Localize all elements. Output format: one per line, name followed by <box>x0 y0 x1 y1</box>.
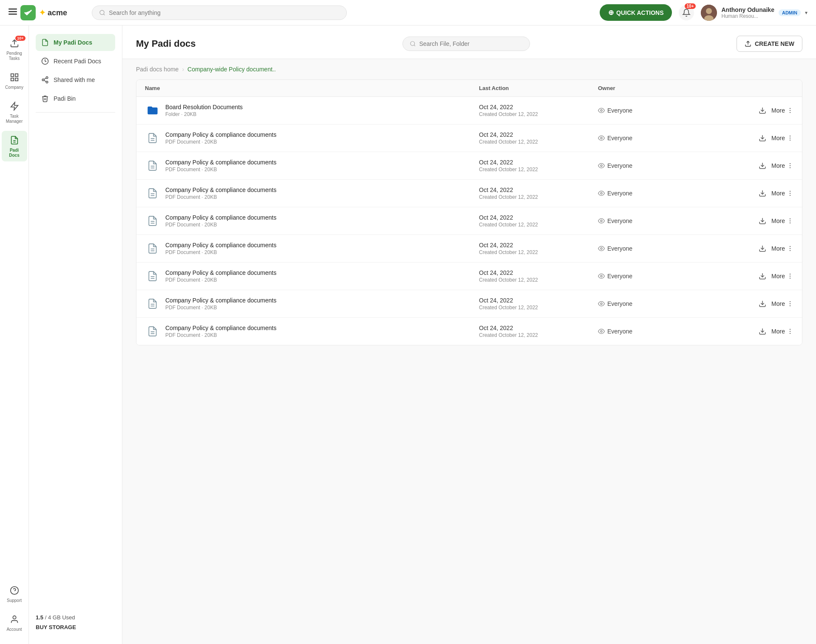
user-avatar-image <box>701 5 717 21</box>
table-row: Company Policy & compliance documents PD… <box>136 318 802 345</box>
download-button[interactable] <box>759 107 766 114</box>
download-button[interactable] <box>759 245 766 252</box>
table-row: Company Policy & compliance documents PD… <box>136 207 802 235</box>
more-button[interactable]: More <box>771 328 793 335</box>
file-info: Company Policy & compliance documents PD… <box>165 214 276 228</box>
more-button[interactable]: More <box>771 162 793 169</box>
document-icon <box>147 188 158 199</box>
eye-icon <box>598 162 605 169</box>
table-row: Board Resolution Documents Folder · 20KB… <box>136 97 802 124</box>
svg-point-79 <box>790 305 790 306</box>
more-button[interactable]: More <box>771 273 793 280</box>
hamburger-menu[interactable] <box>8 7 17 18</box>
document-icon <box>147 133 158 144</box>
global-search-input[interactable] <box>109 9 340 16</box>
sidebar-item-support[interactable]: Support <box>2 581 27 607</box>
file-meta: PDF Document · 20KB <box>165 305 276 311</box>
recent-icon <box>41 57 49 65</box>
download-button[interactable] <box>759 134 766 142</box>
content-search-input[interactable] <box>419 40 522 47</box>
svg-rect-9 <box>15 74 17 76</box>
nav-item-recent-padi-docs[interactable]: Recent Padi Docs <box>36 53 115 70</box>
last-action-cell: Oct 24, 2022 Created October 12, 2022 <box>479 104 598 117</box>
support-icon <box>8 585 20 596</box>
download-button[interactable] <box>759 272 766 280</box>
download-button[interactable] <box>759 300 766 308</box>
download-button[interactable] <box>759 189 766 197</box>
sidebar-item-account[interactable]: Account <box>2 610 27 636</box>
svg-point-17 <box>13 616 16 619</box>
more-button[interactable]: More <box>771 135 793 141</box>
svg-point-77 <box>790 301 790 302</box>
buy-storage-button[interactable]: BUY STORAGE <box>36 624 115 630</box>
content-search-bar[interactable] <box>402 37 530 51</box>
sidebar-item-company[interactable]: Company <box>2 68 27 93</box>
more-button[interactable]: More <box>771 190 793 197</box>
file-info: Company Policy & compliance documents PD… <box>165 325 276 338</box>
file-icon-wrap <box>145 103 160 118</box>
global-search-bar[interactable] <box>92 6 347 20</box>
svg-point-30 <box>790 112 790 113</box>
user-profile[interactable]: Anthony Odunaike Human Resou... ADMIN ▾ <box>701 5 808 21</box>
svg-point-28 <box>790 108 790 109</box>
nav-item-my-padi-docs[interactable]: My Padi Docs <box>36 34 115 51</box>
file-cell: Company Policy & compliance documents PD… <box>145 186 479 201</box>
more-button[interactable]: More <box>771 300 793 307</box>
action-date: Oct 24, 2022 <box>479 214 598 221</box>
file-icon-wrap <box>145 130 160 146</box>
action-sub: Created October 12, 2022 <box>479 167 598 172</box>
svg-point-20 <box>42 79 44 81</box>
quick-actions-button[interactable]: ⊕ QUICK ACTIONS <box>600 4 672 21</box>
file-cell: Company Policy & compliance documents PD… <box>145 130 479 146</box>
document-icon <box>147 326 158 337</box>
notification-button[interactable]: 10+ <box>679 5 694 20</box>
nav-item-shared-with-me[interactable]: Shared with me <box>36 71 115 88</box>
sidebar-item-padi-docs[interactable]: Padi Docs <box>2 131 27 161</box>
second-sidebar: My Padi Docs Recent Padi Docs Shared wit… <box>29 25 122 644</box>
more-button[interactable]: More <box>771 107 793 114</box>
nav-item-my-padi-docs-label: My Padi Docs <box>54 39 92 46</box>
document-icon <box>147 298 158 309</box>
svg-rect-0 <box>8 8 17 10</box>
folder-icon <box>147 105 159 116</box>
owner-cell: Everyone <box>598 190 717 197</box>
file-cell: Company Policy & compliance documents PD… <box>145 268 479 284</box>
svg-point-47 <box>601 192 602 194</box>
action-sub: Created October 12, 2022 <box>479 194 598 200</box>
company-label: Company <box>5 85 23 90</box>
sidebar-item-pending-tasks[interactable]: PendingTasks 10+ <box>2 34 27 65</box>
create-icon <box>745 40 751 47</box>
more-button[interactable]: More <box>771 217 793 224</box>
more-button[interactable]: More <box>771 245 793 252</box>
last-action-cell: Oct 24, 2022 Created October 12, 2022 <box>479 297 598 311</box>
file-icon-wrap <box>145 241 160 256</box>
app-logo <box>20 5 36 20</box>
sidebar-item-task-manager[interactable]: TaskManager <box>2 97 27 127</box>
last-action-cell: Oct 24, 2022 Created October 12, 2022 <box>479 242 598 255</box>
row-actions: More <box>717 107 793 114</box>
file-icon-wrap <box>145 296 160 311</box>
create-new-button[interactable]: CREATE NEW <box>737 36 802 52</box>
dots-vertical-icon <box>787 300 793 307</box>
file-name: Company Policy & compliance documents <box>165 242 276 249</box>
svg-point-42 <box>790 163 790 164</box>
owner-name: Everyone <box>607 107 632 114</box>
table-body: Board Resolution Documents Folder · 20KB… <box>136 97 802 345</box>
svg-rect-2 <box>8 14 17 15</box>
owner-name: Everyone <box>607 190 632 197</box>
nav-item-padi-bin[interactable]: Padi Bin <box>36 90 115 107</box>
download-button[interactable] <box>759 217 766 225</box>
download-button[interactable] <box>759 328 766 335</box>
action-sub: Created October 12, 2022 <box>479 222 598 228</box>
padi-docs-label: Padi Docs <box>5 148 24 158</box>
file-meta: PDF Document · 20KB <box>165 194 276 200</box>
download-icon <box>759 217 766 225</box>
file-info: Company Policy & compliance documents PD… <box>165 242 276 255</box>
breadcrumb-home[interactable]: Padi docs home <box>136 66 178 73</box>
action-date: Oct 24, 2022 <box>479 297 598 304</box>
download-button[interactable] <box>759 162 766 169</box>
action-sub: Created October 12, 2022 <box>479 305 598 311</box>
content-search-icon <box>410 40 416 47</box>
bell-icon <box>682 8 691 17</box>
row-actions: More <box>717 272 793 280</box>
